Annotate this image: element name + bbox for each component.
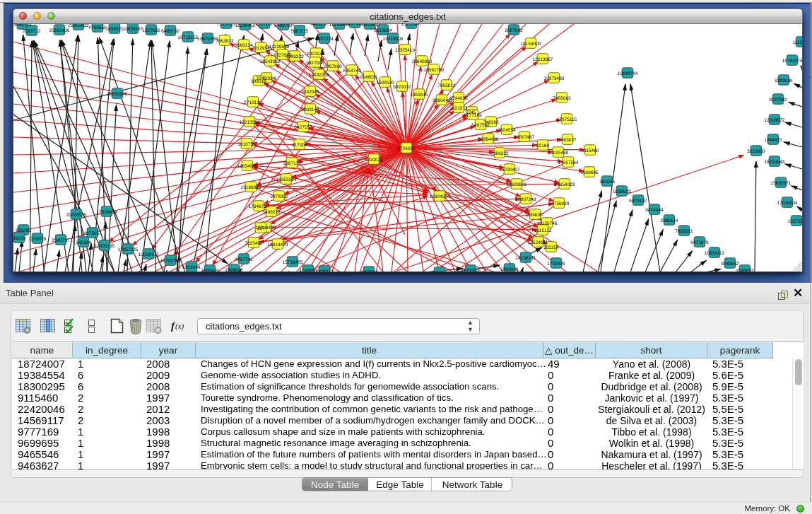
- svg-text:10654112: 10654112: [705, 251, 725, 256]
- svg-text:1890399: 1890399: [500, 267, 519, 272]
- svg-text:3215958: 3215958: [747, 149, 765, 154]
- svg-text:20691406: 20691406: [49, 28, 70, 33]
- svg-text:145194: 145194: [76, 240, 91, 245]
- svg-text:10688609: 10688609: [507, 182, 527, 187]
- svg-text:9329966: 9329966: [775, 78, 793, 83]
- svg-text:19832259: 19832259: [309, 73, 329, 78]
- svg-text:15692971: 15692971: [771, 181, 792, 186]
- svg-text:1010755: 1010755: [237, 142, 256, 147]
- svg-text:13353594: 13353594: [276, 177, 297, 182]
- svg-text:19218506: 19218506: [383, 37, 404, 42]
- svg-text:9242845: 9242845: [301, 90, 319, 95]
- svg-text:16961758: 16961758: [424, 68, 445, 73]
- svg-text:2342737: 2342737: [52, 238, 70, 243]
- svg-text:5822037: 5822037: [393, 85, 411, 90]
- svg-text:1292344: 1292344: [182, 265, 201, 270]
- svg-text:9146821: 9146821: [360, 75, 378, 80]
- svg-text:6479197: 6479197: [629, 199, 647, 204]
- svg-text:10025458: 10025458: [548, 151, 569, 156]
- svg-text:20364436: 20364436: [478, 137, 499, 142]
- svg-text:1724007: 1724007: [397, 146, 416, 151]
- svg-text:17046758: 17046758: [249, 204, 269, 209]
- svg-text:2066449: 2066449: [201, 269, 219, 272]
- svg-text:18807249: 18807249: [516, 197, 536, 202]
- svg-text:20953346: 20953346: [107, 92, 128, 97]
- svg-text:16154808: 16154808: [521, 42, 541, 47]
- svg-text:7357224: 7357224: [315, 37, 334, 42]
- svg-text:2935114: 2935114: [661, 218, 678, 223]
- svg-text:9321546: 9321546: [307, 52, 325, 57]
- svg-text:2867608: 2867608: [324, 64, 342, 69]
- svg-text:62160: 62160: [536, 144, 549, 148]
- svg-text:835061: 835061: [16, 228, 31, 233]
- svg-text:7515526: 7515526: [217, 24, 235, 27]
- svg-text:7485063: 7485063: [553, 96, 571, 101]
- svg-text:5930023: 5930023: [365, 158, 383, 163]
- svg-text:13226058: 13226058: [269, 45, 290, 49]
- svg-text:19654923: 19654923: [555, 182, 575, 187]
- svg-text:6794028: 6794028: [449, 96, 468, 101]
- svg-text:10228452: 10228452: [235, 24, 256, 28]
- svg-text:19166825: 19166825: [241, 185, 261, 190]
- svg-text:14957564: 14957564: [558, 160, 579, 165]
- svg-text:1156829: 1156829: [29, 237, 47, 242]
- svg-text:6497568: 6497568: [471, 123, 490, 128]
- svg-text:6466160: 6466160: [161, 29, 180, 34]
- svg-text:10958107: 10958107: [139, 252, 159, 257]
- svg-text:8489709: 8489709: [274, 24, 293, 28]
- svg-text:1615112: 1615112: [534, 228, 552, 233]
- svg-text:1733426: 1733426: [547, 262, 565, 267]
- svg-text:9327508: 9327508: [306, 61, 324, 66]
- svg-text:10973493: 10973493: [544, 76, 565, 81]
- svg-text:9217207: 9217207: [255, 24, 273, 27]
- svg-text:2087682: 2087682: [505, 28, 523, 33]
- svg-text:16914479: 16914479: [268, 243, 288, 247]
- svg-text:17956909: 17956909: [430, 271, 450, 272]
- svg-text:12213389: 12213389: [240, 120, 260, 125]
- svg-text:16782759: 16782759: [160, 259, 181, 264]
- svg-text:1839221: 1839221: [105, 27, 124, 32]
- svg-text:1362615: 1362615: [410, 93, 428, 98]
- svg-text:16120746: 16120746: [537, 221, 558, 226]
- svg-text:17016504: 17016504: [777, 201, 798, 206]
- svg-text:164095: 164095: [599, 180, 615, 185]
- svg-text:21200396: 21200396: [461, 269, 481, 272]
- svg-text:9115460: 9115460: [582, 148, 599, 153]
- svg-text:5938923: 5938923: [613, 189, 631, 194]
- svg-text:19756928: 19756928: [549, 201, 570, 206]
- svg-text:10653267: 10653267: [123, 27, 143, 32]
- svg-text:10807487: 10807487: [514, 135, 535, 140]
- svg-text:4735650: 4735650: [88, 25, 107, 30]
- svg-text:10648784: 10648784: [618, 71, 638, 76]
- svg-text:39159: 39159: [13, 236, 25, 241]
- svg-text:5498222: 5498222: [262, 210, 281, 215]
- svg-text:4143890: 4143890: [299, 269, 317, 272]
- svg-text:17957225: 17957225: [118, 247, 139, 252]
- svg-text:22455603: 22455603: [69, 24, 89, 28]
- svg-text:12213967: 12213967: [533, 57, 553, 62]
- svg-text:9245652: 9245652: [721, 262, 739, 267]
- svg-text:9084067: 9084067: [526, 213, 544, 218]
- svg-text:2803144: 2803144: [301, 107, 319, 112]
- svg-text:16543362: 16543362: [260, 59, 281, 64]
- svg-text:1621072: 1621072: [449, 106, 468, 111]
- svg-text:1244415: 1244415: [764, 138, 782, 143]
- svg-text:9474444: 9474444: [645, 208, 664, 213]
- svg-text:4055714: 4055714: [13, 24, 32, 28]
- svg-text:8990448: 8990448: [433, 98, 451, 103]
- svg-text:8186323: 8186323: [286, 54, 304, 59]
- svg-text:17975115: 17975115: [557, 117, 577, 122]
- svg-text:3912954: 3912954: [252, 46, 270, 51]
- svg-text:5682115: 5682115: [291, 29, 309, 34]
- svg-text:989013: 989013: [251, 79, 266, 84]
- svg-text:1588520: 1588520: [376, 81, 394, 86]
- svg-text:7663822: 7663822: [216, 39, 234, 44]
- svg-text:1999828: 1999828: [225, 268, 243, 272]
- svg-text:7386322: 7386322: [490, 151, 509, 156]
- svg-text:157: 157: [257, 226, 265, 231]
- svg-text:9777169: 9777169: [464, 113, 482, 118]
- svg-text:8471676: 8471676: [690, 240, 709, 245]
- svg-text:13524651: 13524651: [528, 240, 548, 245]
- svg-text:(x): (x): [175, 322, 184, 331]
- svg-text:7625402: 7625402: [245, 241, 263, 246]
